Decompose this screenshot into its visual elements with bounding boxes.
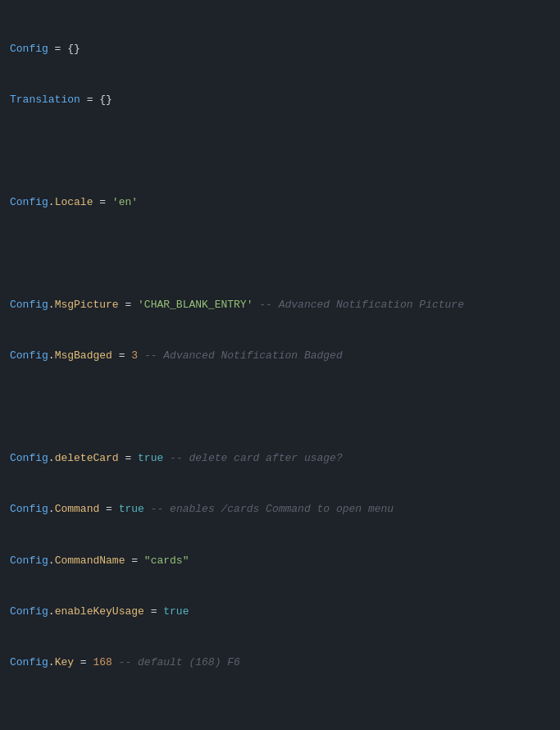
line-msg-badged: Config.MsgBadged = 3 -- Advanced Notific… [10,348,550,365]
line-2: Translation = {} [10,92,550,109]
line-locale: Config.Locale = 'en' [10,194,550,212]
line-blank-2 [10,245,550,262]
line-blank-3 [10,399,550,416]
line-blank-4 [10,706,550,723]
line-command-name: Config.CommandName = "cards" [10,553,550,570]
line-1: Config = {} [10,41,550,58]
line-key: Config.Key = 168 -- default (168) F6 [10,655,550,672]
line-enable-key: Config.enableKeyUsage = true [10,604,550,621]
line-command: Config.Command = true -- enables /cards … [10,501,550,518]
line-delete-card: Config.deleteCard = true -- delete card … [10,450,550,468]
line-msg-picture: Config.MsgPicture = 'CHAR_BLANK_ENTRY' -… [10,297,550,314]
code-editor: Config = {} Translation = {} Config.Loca… [0,0,560,730]
line-blank-1 [10,143,550,160]
